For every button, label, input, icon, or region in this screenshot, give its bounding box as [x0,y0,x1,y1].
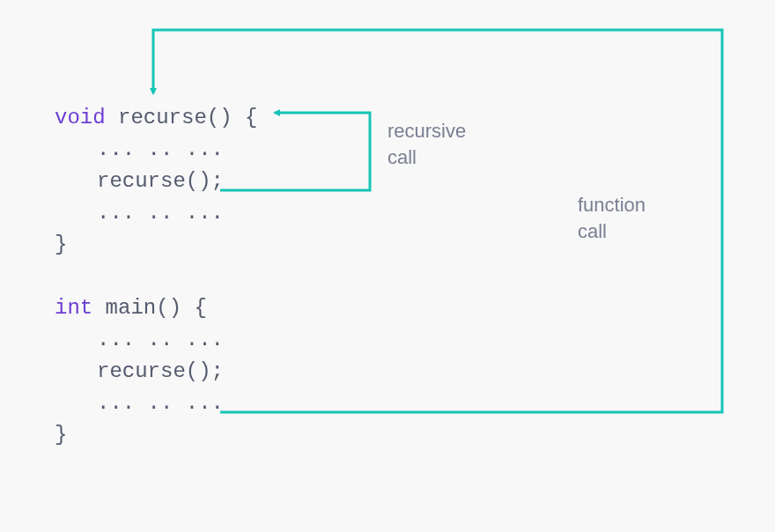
label-recursive-line2: call [388,144,466,171]
ellipsis: ... .. ... [97,201,224,225]
close-brace: } [55,233,67,256]
recurse-signature: recurse() { [106,106,258,129]
label-function-line1: function [578,192,646,218]
label-recursive-call: recursive call [388,118,466,171]
label-function-line2: call [578,218,646,245]
code-line-6: int main() { [55,292,257,324]
recurse-call-main: recurse(); [97,359,224,383]
ellipsis: ... .. ... [97,137,224,161]
ellipsis: ... .. ... [97,328,224,351]
code-block: void recurse() { ... .. ... recurse(); .… [55,102,257,451]
keyword-void: void [55,106,106,129]
label-recursive-line1: recursive [388,118,466,144]
code-line-4: ... .. ... [55,197,257,229]
ellipsis: ... .. ... [97,391,224,415]
main-signature: main() { [92,296,207,320]
code-line-2: ... .. ... [55,134,257,166]
blank-line [55,261,257,292]
label-function-call: function call [578,192,646,245]
code-line-8: recurse(); [55,356,257,388]
code-line-9: ... .. ... [55,388,257,419]
recurse-call: recurse(); [97,169,224,193]
close-brace: } [55,423,67,447]
code-line-10: } [55,419,257,451]
keyword-int: int [55,296,92,320]
code-line-1: void recurse() { [55,102,257,134]
code-line-7: ... .. ... [55,324,257,356]
code-line-5: } [55,229,257,261]
code-line-3: recurse(); [55,166,257,197]
